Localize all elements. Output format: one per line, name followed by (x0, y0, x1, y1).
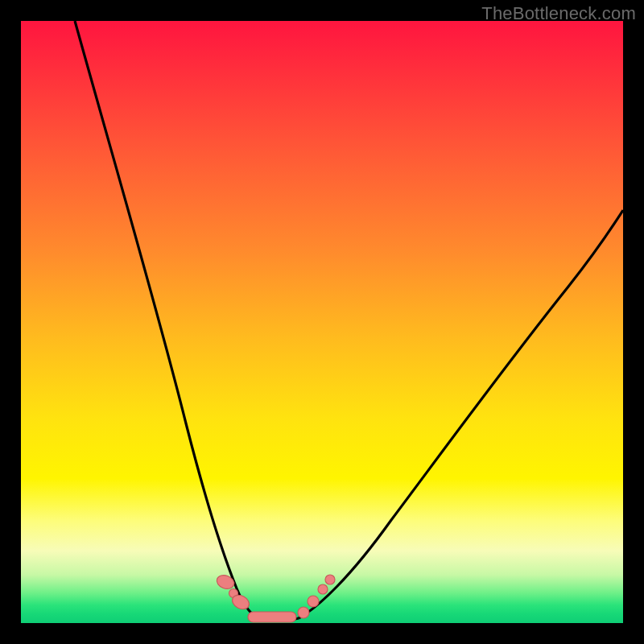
outer-frame: TheBottleneck.com (0, 0, 644, 644)
marker-dot-right-4 (325, 575, 335, 584)
curve-left (75, 21, 256, 617)
marker-dot-right-1 (298, 607, 309, 618)
curve-right (299, 210, 623, 618)
watermark-text: TheBottleneck.com (481, 3, 636, 24)
plot-area (21, 21, 623, 623)
marker-dot-right-2 (308, 596, 319, 607)
marker-dot-right-3 (318, 584, 328, 594)
marker-longpill-floor (248, 612, 296, 622)
chart-canvas (21, 21, 623, 623)
